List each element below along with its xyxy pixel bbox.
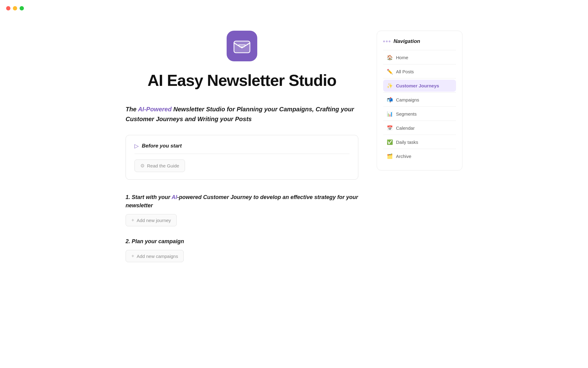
tagline: The AI-Powered Newsletter Studio for Pla… <box>126 104 358 124</box>
sidebar-item-daily-tasks[interactable]: ✅ Daily tasks <box>383 136 456 148</box>
all-posts-icon: ✏️ <box>387 69 393 75</box>
traffic-lights <box>6 6 24 10</box>
nav-sidebar: Navigation 🏠 Home ✏️ All Posts ✨ Custome… <box>377 31 462 171</box>
sidebar-item-campaigns[interactable]: 📬 Campaigns <box>383 94 456 106</box>
nav-dots <box>383 40 390 42</box>
app-icon <box>227 31 257 61</box>
daily-tasks-icon: ✅ <box>387 139 393 145</box>
add-new-journey-button[interactable]: + Add new journey <box>126 214 177 226</box>
segments-icon: 📊 <box>387 111 393 117</box>
section-2-title-part1: 2. Plan your campaign <box>126 238 184 244</box>
app-title: AI Easy Newsletter Studio <box>148 71 337 90</box>
section-2-title: 2. Plan your campaign <box>126 237 358 246</box>
tagline-part1: The <box>126 106 138 113</box>
nav-title: Navigation <box>394 38 420 44</box>
sidebar-item-home[interactable]: 🏠 Home <box>383 52 456 63</box>
nav-divider-2 <box>383 78 456 79</box>
customer-journeys-icon: ✨ <box>387 83 393 89</box>
sidebar-item-archive[interactable]: 🗂️ Archive <box>383 150 456 162</box>
campaigns-icon: 📬 <box>387 97 393 103</box>
sidebar-item-customer-journeys-label: Customer Journeys <box>396 83 439 88</box>
read-guide-button[interactable]: ⚙ Read the Guide <box>134 159 185 172</box>
read-guide-label: Read the Guide <box>147 163 179 168</box>
traffic-light-yellow[interactable] <box>13 6 17 10</box>
main-content: AI Easy Newsletter Studio The AI-Powered… <box>126 31 377 273</box>
add-new-campaigns-button[interactable]: + Add new campaigns <box>126 250 184 262</box>
page-wrapper: AI Easy Newsletter Studio The AI-Powered… <box>0 0 588 273</box>
svg-rect-3 <box>239 46 245 47</box>
nav-divider-1 <box>383 64 456 64</box>
section-campaigns: 2. Plan your campaign + Add new campaign… <box>126 237 358 262</box>
traffic-light-green[interactable] <box>20 6 24 10</box>
sidebar-item-all-posts[interactable]: ✏️ All Posts <box>383 66 456 78</box>
sidebar-item-archive-label: Archive <box>396 154 411 159</box>
nav-divider-6 <box>383 135 456 135</box>
nav-divider-3 <box>383 92 456 93</box>
section-1-title-part1: 1. Start with your <box>126 194 172 200</box>
calendar-icon: 📅 <box>387 125 393 131</box>
nav-header: Navigation <box>383 38 456 44</box>
gear-icon: ⚙ <box>140 163 145 169</box>
sidebar-item-home-label: Home <box>396 55 408 60</box>
home-icon: 🏠 <box>387 55 393 60</box>
before-start-label: Before you start <box>142 143 182 149</box>
sidebar-item-calendar-label: Calendar <box>396 125 415 131</box>
archive-icon: 🗂️ <box>387 153 393 159</box>
add-campaigns-label: Add new campaigns <box>137 254 178 259</box>
section-1-title: 1. Start with your AI-powered Customer J… <box>126 193 358 210</box>
traffic-light-red[interactable] <box>6 6 10 10</box>
nav-divider-top <box>383 50 456 50</box>
nav-dot-1 <box>383 40 385 42</box>
before-start-header: ▷ Before you start <box>134 143 349 154</box>
sidebar-item-segments-label: Segments <box>396 111 417 117</box>
plus-icon-journey: + <box>131 217 134 223</box>
sidebar-item-daily-tasks-label: Daily tasks <box>396 140 418 145</box>
nav-dot-3 <box>389 40 390 42</box>
sidebar-item-campaigns-label: Campaigns <box>396 97 419 102</box>
sidebar-item-customer-journeys[interactable]: ✨ Customer Journeys <box>383 80 456 92</box>
plus-icon-campaigns: + <box>131 253 134 259</box>
nav-divider-7 <box>383 149 456 149</box>
sidebar-item-segments[interactable]: 📊 Segments <box>383 108 456 120</box>
flag-icon: ▷ <box>134 143 139 149</box>
nav-divider-5 <box>383 121 456 121</box>
sidebar-item-calendar[interactable]: 📅 Calendar <box>383 122 456 134</box>
add-journey-label: Add new journey <box>137 218 171 223</box>
svg-rect-2 <box>238 44 246 45</box>
section-1-title-highlight: AI <box>172 194 177 200</box>
tagline-highlight: AI-Powered <box>138 106 172 113</box>
nav-dot-2 <box>386 40 388 42</box>
section-customer-journeys: 1. Start with your AI-powered Customer J… <box>126 193 358 226</box>
sidebar-item-all-posts-label: All Posts <box>396 69 414 74</box>
before-start-card: ▷ Before you start ⚙ Read the Guide <box>126 135 358 180</box>
nav-divider-4 <box>383 106 456 107</box>
